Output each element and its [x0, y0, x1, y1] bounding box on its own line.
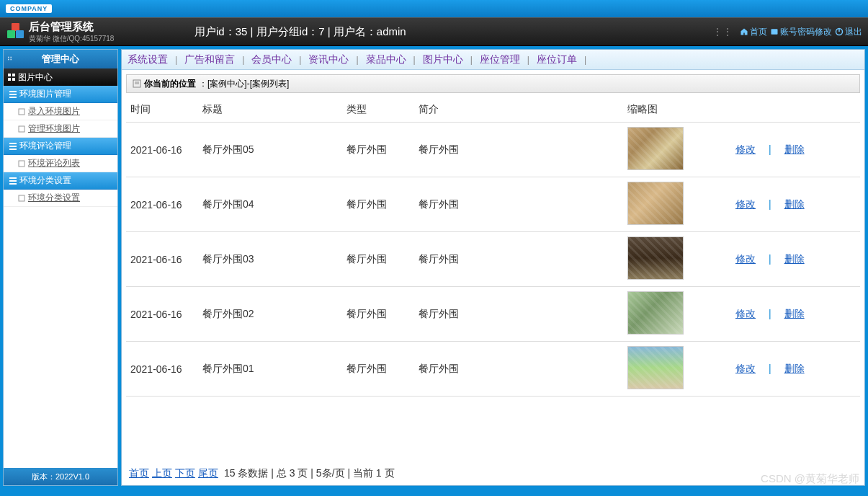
svg-rect-19: [19, 195, 24, 201]
company-badge: COMPANY: [6, 4, 52, 13]
logo-icon: [7, 23, 24, 40]
pager-info: 15 条数据 | 总 3 页 | 5条/页 | 当前 1 页: [224, 467, 395, 480]
sidebar-group-header[interactable]: 环境分类设置: [4, 172, 117, 190]
delete-link[interactable]: 删除: [784, 253, 805, 265]
doc-icon: [18, 108, 25, 115]
sidebar-category[interactable]: 图片中心: [4, 68, 117, 86]
user-info: 用户id：35 | 用户分组id：7 | 用户名：admin: [194, 25, 406, 39]
separator: |: [769, 253, 771, 265]
topnav-item[interactable]: 座位管理: [480, 53, 520, 66]
separator: |: [769, 198, 771, 210]
cell-thumb: [623, 342, 731, 397]
home-button[interactable]: 首页: [740, 26, 767, 38]
home-icon: [740, 27, 748, 36]
cell-type: 餐厅外围: [342, 177, 414, 232]
top-nav: 系统设置|广告和留言|会员中心|资讯中心|菜品中心|图片中心|座位管理|座位订单…: [122, 50, 864, 70]
cell-actions: 修改|删除: [731, 287, 860, 342]
menu-grip-icon[interactable]: ⋮⋮: [712, 26, 733, 37]
password-button[interactable]: 账号密码修改: [770, 26, 832, 38]
table-row: 2021-06-16餐厅外围02餐厅外围餐厅外围修改|删除: [126, 287, 860, 342]
sidebar-header: ∷ 管理中心: [4, 50, 117, 68]
delete-link[interactable]: 删除: [784, 143, 805, 155]
cell-type: 餐厅外围: [342, 342, 414, 397]
cell-type: 餐厅外围: [342, 232, 414, 287]
svg-rect-18: [9, 183, 17, 185]
cell-actions: 修改|删除: [731, 123, 860, 177]
edit-link[interactable]: 修改: [735, 308, 756, 319]
edit-link[interactable]: 修改: [735, 143, 756, 155]
topnav-item[interactable]: 会员中心: [251, 53, 292, 66]
topnav-item[interactable]: 菜品中心: [366, 53, 406, 66]
separator: |: [413, 55, 416, 65]
svg-rect-3: [8, 74, 11, 76]
delete-link[interactable]: 删除: [784, 198, 805, 210]
cell-intro: 餐厅外围: [414, 123, 623, 177]
topnav-item[interactable]: 座位订单: [537, 53, 577, 66]
svg-rect-10: [19, 109, 24, 115]
topnav-item[interactable]: 图片中心: [423, 53, 463, 66]
edit-link[interactable]: 修改: [735, 198, 756, 210]
logo-block: 后台管理系统 黄菊华 微信/QQ:45157718: [0, 20, 180, 44]
edit-link[interactable]: 修改: [735, 363, 756, 374]
pager: 首页 上页 下页 尾页 15 条数据 | 总 3 页 | 5条/页 | 当前 1…: [122, 462, 864, 485]
pager-next[interactable]: 下页: [175, 467, 195, 480]
pager-prev[interactable]: 上页: [152, 467, 172, 480]
topnav-item[interactable]: 系统设置: [127, 53, 168, 66]
sidebar-item[interactable]: 录入环境图片: [4, 103, 117, 120]
sidebar: ∷ 管理中心 图片中心 环境图片管理录入环境图片管理环境图片环境评论管理环境评论…: [3, 49, 118, 486]
column-header: [731, 97, 860, 123]
edit-link[interactable]: 修改: [735, 253, 756, 265]
table-row: 2021-06-16餐厅外围04餐厅外围餐厅外围修改|删除: [126, 177, 860, 232]
cell-title: 餐厅外围02: [198, 287, 342, 342]
svg-rect-0: [771, 29, 778, 35]
doc-icon: [18, 195, 25, 202]
sidebar-group-header[interactable]: 环境图片管理: [4, 86, 117, 103]
delete-link[interactable]: 删除: [784, 363, 805, 374]
table-row: 2021-06-16餐厅外围05餐厅外围餐厅外围修改|删除: [126, 123, 860, 177]
cell-actions: 修改|删除: [731, 232, 860, 287]
svg-rect-12: [9, 143, 17, 144]
topnav-item[interactable]: 广告和留言: [184, 53, 235, 66]
cell-time: 2021-06-16: [126, 342, 198, 397]
svg-rect-16: [9, 177, 17, 179]
cell-title: 餐厅外围03: [198, 232, 342, 287]
cell-intro: 餐厅外围: [414, 232, 623, 287]
svg-rect-5: [8, 78, 11, 81]
sidebar-group-header[interactable]: 环境评论管理: [4, 138, 117, 155]
cell-thumb: [623, 123, 731, 177]
delete-link[interactable]: 删除: [784, 308, 805, 319]
cell-thumb: [623, 232, 731, 287]
svg-rect-13: [9, 146, 17, 147]
topnav-item[interactable]: 资讯中心: [308, 53, 349, 66]
svg-rect-4: [12, 74, 15, 76]
separator: |: [299, 55, 301, 65]
sidebar-item[interactable]: 管理环境图片: [4, 120, 117, 138]
column-header: 标题: [198, 97, 342, 123]
thumbnail-image: [627, 182, 684, 225]
column-header: 缩略图: [623, 97, 731, 123]
list-icon: [9, 177, 17, 185]
pager-last[interactable]: 尾页: [198, 467, 218, 480]
cell-intro: 餐厅外围: [414, 342, 623, 397]
cell-intro: 餐厅外围: [414, 177, 623, 232]
pager-first[interactable]: 首页: [129, 467, 149, 480]
svg-rect-15: [19, 161, 24, 167]
doc-icon: [18, 125, 25, 133]
separator: |: [769, 363, 771, 374]
app-header: 后台管理系统 黄菊华 微信/QQ:45157718 用户id：35 | 用户分组…: [0, 17, 868, 46]
logout-button[interactable]: 退出: [835, 26, 862, 38]
separator: |: [527, 55, 529, 65]
content-area: 系统设置|广告和留言|会员中心|资讯中心|菜品中心|图片中心|座位管理|座位订单…: [121, 49, 865, 486]
cell-intro: 餐厅外围: [414, 287, 623, 342]
window-topbar: COMPANY: [0, 0, 868, 17]
table-row: 2021-06-16餐厅外围03餐厅外围餐厅外围修改|删除: [126, 232, 860, 287]
svg-rect-14: [9, 149, 17, 150]
thumbnail-image: [627, 127, 684, 170]
cell-type: 餐厅外围: [342, 123, 414, 177]
separator: |: [584, 55, 586, 65]
separator: |: [470, 55, 473, 65]
cell-thumb: [623, 287, 731, 342]
sidebar-item[interactable]: 环境分类设置: [4, 190, 117, 207]
cell-title: 餐厅外围04: [198, 177, 342, 232]
sidebar-item[interactable]: 环境评论列表: [4, 155, 117, 172]
